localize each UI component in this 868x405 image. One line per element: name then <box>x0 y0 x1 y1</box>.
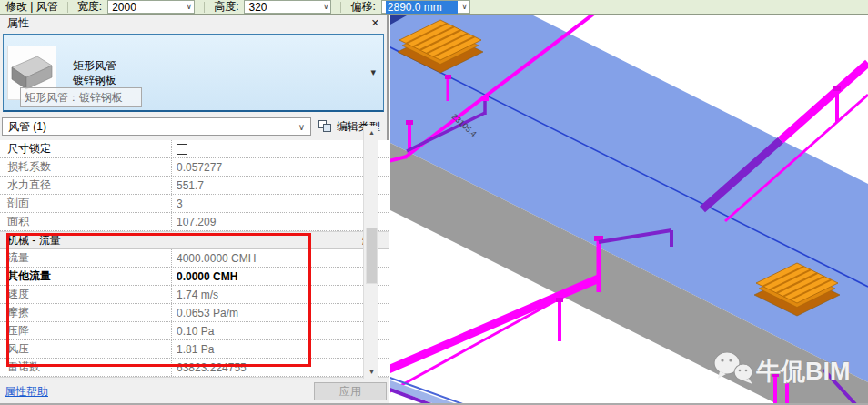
prop-label: 损耗系数 <box>0 159 171 175</box>
type-dropdown-icon[interactable]: ▾ <box>370 66 376 78</box>
prop-label: 风压 <box>0 341 171 357</box>
pipe-thin-bottom[interactable] <box>390 298 561 392</box>
prop-row-velocity: 速度 1.74 m/s <box>0 286 389 304</box>
instance-selector-value: 风管 (1) <box>8 119 46 135</box>
section-label: 机械 - 流量 <box>0 233 361 248</box>
pipe-crossing-right[interactable] <box>781 63 868 140</box>
3d-scene: 23105.4 <box>390 15 868 403</box>
prop-row-area: 面积 107.209 <box>0 213 389 231</box>
prop-row-reynolds: 雷诺数 63823.224755 <box>0 359 389 377</box>
type-family: 矩形风管 <box>73 58 116 73</box>
scrollbar-thumb[interactable] <box>366 228 378 284</box>
edit-type-icon <box>318 120 332 133</box>
toolbar-separator <box>204 2 205 13</box>
chevron-down-icon[interactable]: ∨ <box>461 3 468 11</box>
instance-selector[interactable]: 风管 (1) ∨ <box>2 117 311 136</box>
prop-value[interactable]: 0.0000 CMH <box>171 268 372 285</box>
prop-value: 3 <box>171 195 372 212</box>
scroll-down-icon[interactable]: ▼ <box>364 365 379 379</box>
options-bar: 修改 | 风管 宽度: 2000 ∨ 高度: 320 ∨ 偏移: 2890.0 … <box>0 0 868 15</box>
instance-row: 风管 (1) ∨ 编辑类型 <box>0 116 389 137</box>
watermark-text: 牛侃BIM <box>756 358 851 385</box>
duct-3d[interactable] <box>390 15 868 403</box>
prop-label: 雷诺数 <box>0 359 171 375</box>
prop-row-friction: 摩擦 0.0653 Pa/m <box>0 304 389 322</box>
offset-value[interactable]: 2890.0 mm <box>386 1 458 14</box>
context-tab-label: 修改 | 风管 <box>5 0 58 15</box>
revit-window: 修改 | 风管 宽度: 2000 ∨ 高度: 320 ∨ 偏移: 2890.0 … <box>0 0 868 405</box>
prop-value: 1.74 m/s <box>171 286 372 303</box>
prop-label: 剖面 <box>0 196 171 211</box>
prop-value: 107.209 <box>171 213 372 230</box>
prop-row-pressure-drop: 压降 0.10 Pa <box>0 322 389 340</box>
type-selector[interactable]: 矩形风管 镀锌钢板 ▾ 矩形风管：镀锌钢板 <box>3 34 384 112</box>
prop-row-flow: 流量 4000.0000 CMH <box>0 249 389 268</box>
prop-value: 1.81 Pa <box>171 340 372 358</box>
offset-label: 偏移: <box>350 0 375 15</box>
panel-title: 属性 <box>7 15 29 31</box>
prop-row-loss-coefficient: 损耗系数 0.057277 <box>0 158 389 177</box>
properties-help-link[interactable]: 属性帮助 <box>5 384 48 400</box>
width-value[interactable]: 2000 <box>112 1 182 14</box>
type-name: 矩形风管 镀锌钢板 <box>73 58 116 87</box>
apply-button[interactable]: 应用 <box>314 382 387 400</box>
prop-label: 尺寸锁定 <box>0 141 171 157</box>
prop-label: 速度 <box>0 287 171 302</box>
prop-value: 0.057277 <box>171 158 372 176</box>
chevron-down-icon[interactable]: ∨ <box>323 3 329 11</box>
prop-label: 流量 <box>0 250 171 266</box>
width-combobox[interactable]: 2000 ∨ <box>107 0 195 14</box>
prop-label: 水力直径 <box>0 177 171 193</box>
offset-combobox[interactable]: 2890.0 mm ∨ <box>381 0 470 14</box>
prop-value: 0.10 Pa <box>171 322 372 339</box>
prop-label: 压降 <box>0 323 171 339</box>
chevron-down-icon[interactable]: ∨ <box>298 122 305 132</box>
prop-row-additional-flow: 其他流量 0.0000 CMH <box>0 268 389 286</box>
height-value[interactable]: 320 <box>248 1 318 14</box>
pipe-wide-bottom[interactable] <box>390 278 599 370</box>
property-grid: 尺寸锁定 损耗系数 0.057277 水力直径 551.7 剖面 3 面积 <box>0 140 389 395</box>
toolbar-separator <box>340 2 341 13</box>
type-type: 镀锌钢板 <box>73 73 116 87</box>
type-tooltip: 矩形风管：镀锌钢板 <box>20 87 142 107</box>
prop-row-wind-pressure: 风压 1.81 Pa <box>0 340 389 359</box>
height-label: 高度: <box>214 0 238 15</box>
chevron-down-icon[interactable]: ∨ <box>187 3 193 11</box>
panel-scrollbar[interactable]: ▲ ▼ <box>363 126 378 379</box>
panel-footer: 属性帮助 应用 <box>0 380 389 403</box>
properties-title-bar: 属性 ✕ <box>0 15 387 32</box>
prop-row-section: 剖面 3 <box>0 195 389 213</box>
prop-value: 63823.224755 <box>171 359 372 376</box>
prop-label: 摩擦 <box>0 305 171 320</box>
size-lock-checkbox[interactable] <box>177 144 187 155</box>
prop-value: 4000.0000 CMH <box>171 249 372 267</box>
prop-label: 其他流量 <box>0 268 171 284</box>
scroll-up-icon[interactable]: ▲ <box>364 126 379 139</box>
properties-panel: 属性 ✕ 矩形风管 镀锌钢板 ▾ 矩形风管：镀锌钢板 风管 (1) ∨ <box>0 15 389 403</box>
prop-value <box>171 140 372 157</box>
section-header-mechanical-flow[interactable]: 机械 - 流量 ∧∧ <box>0 231 389 249</box>
toolbar-separator <box>67 2 68 13</box>
prop-row-size-lock: 尺寸锁定 <box>0 140 389 158</box>
prop-row-hydraulic-diameter: 水力直径 551.7 <box>0 177 389 195</box>
3d-viewport[interactable]: 23105.4 <box>390 15 868 403</box>
prop-label: 面积 <box>0 214 171 229</box>
duct-thumbnail-image <box>10 55 54 91</box>
width-label: 宽度: <box>77 0 102 15</box>
height-combobox[interactable]: 320 ∨ <box>244 0 331 14</box>
prop-value: 551.7 <box>171 177 372 194</box>
close-icon[interactable]: ✕ <box>371 17 379 29</box>
prop-value: 0.0653 Pa/m <box>171 304 372 321</box>
